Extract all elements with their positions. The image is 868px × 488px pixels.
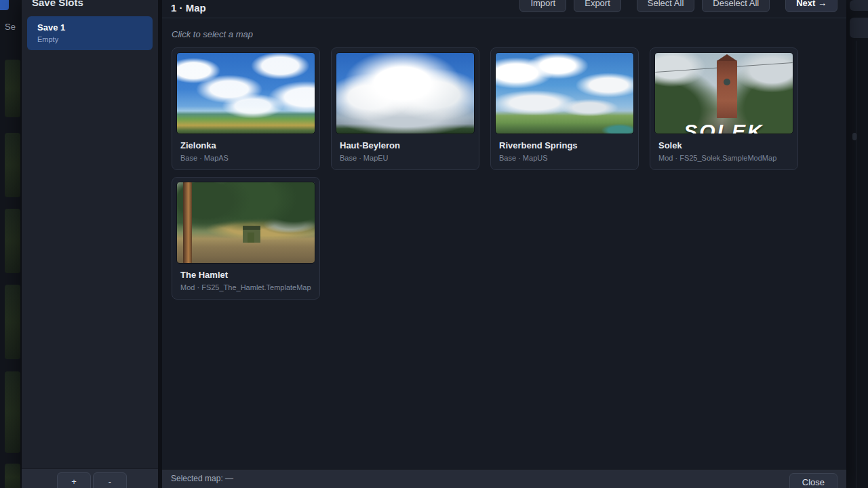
- underlay-map-thumb: [5, 285, 20, 359]
- next-button[interactable]: Next →: [785, 0, 837, 12]
- map-thumbnail: [176, 182, 315, 264]
- map-step-header: 1 · Map Import Export Select All Deselec…: [162, 0, 846, 18]
- underlay-map-thumb: [5, 371, 20, 453]
- underlay-map-thumb: [5, 133, 20, 197]
- map-card-solek[interactable]: SOLEK Solek Mod · FS25_Solek.SampleModMa…: [650, 47, 798, 170]
- map-name: Solek: [658, 140, 789, 150]
- underlay-right-divider: [856, 41, 856, 488]
- select-all-button[interactable]: Select All: [637, 0, 694, 12]
- selected-map-status: Selected map: —: [171, 474, 233, 483]
- map-meta: Mod · FS25_The_Hamlet.TemplateMap: [180, 283, 311, 291]
- church-roof-decoration: [717, 54, 737, 61]
- map-thumbnail: SOLEK: [654, 52, 793, 134]
- underlay-blue-fragment: [0, 0, 9, 10]
- underlay-map-thumb: [5, 464, 20, 488]
- thumbnail-title-text: SOLEK: [655, 120, 793, 134]
- screen: Se Save Slots Save 1 Empty + -: [0, 0, 868, 488]
- map-name: Zielonka: [180, 140, 311, 150]
- map-meta: Base · MapAS: [180, 154, 311, 162]
- close-button[interactable]: Close: [789, 473, 837, 488]
- deselect-all-button[interactable]: Deselect All: [702, 0, 770, 12]
- import-button[interactable]: Import: [519, 0, 566, 12]
- map-card-riverbend-springs[interactable]: Riverbend Springs Base · MapUS: [490, 47, 639, 170]
- add-slot-button[interactable]: +: [57, 472, 91, 488]
- remove-slot-button[interactable]: -: [93, 472, 127, 488]
- export-button[interactable]: Export: [574, 0, 621, 12]
- map-name: Riverbend Springs: [499, 140, 630, 150]
- save-slot-1[interactable]: Save 1 Empty: [27, 16, 153, 50]
- map-thumbnail: [495, 52, 634, 134]
- map-meta: Mod · FS25_Solek.SampleModMap: [658, 154, 789, 162]
- save-slots-footer: + -: [22, 468, 158, 488]
- underlay-right-button-fragment: [850, 0, 868, 11]
- map-thumbnail: [336, 52, 475, 134]
- step-title: 1 · Map: [171, 2, 206, 14]
- underlay-partial-label: Se: [5, 22, 16, 32]
- map-card-haut-beyleron[interactable]: Haut-Beyleron Base · MapEU: [331, 47, 479, 170]
- hut-door-decoration: [248, 232, 254, 243]
- save-slots-title: Save Slots: [32, 0, 158, 9]
- map-grid: Zielonka Base · MapAS Haut-Beyleron Base…: [172, 47, 837, 300]
- save-slot-status: Empty: [37, 35, 142, 43]
- map-select-hint: Click to select a map: [172, 29, 837, 39]
- save-editor-dialog: Save Slots Save 1 Empty + - 1 · Map Impo…: [22, 0, 846, 488]
- map-step-footer: Selected map: — Close: [162, 469, 846, 488]
- underlay-map-thumb: [5, 209, 20, 273]
- header-toolbar: Import Export Select All Deselect All Ne…: [519, 0, 837, 18]
- map-step-panel: 1 · Map Import Export Select All Deselec…: [162, 0, 846, 488]
- save-slot-name: Save 1: [37, 22, 142, 33]
- map-card-the-hamlet[interactable]: The Hamlet Mod · FS25_The_Hamlet.Templat…: [172, 177, 320, 300]
- map-card-zielonka[interactable]: Zielonka Base · MapAS: [172, 47, 320, 170]
- map-meta: Base · MapEU: [340, 154, 471, 162]
- underlay-map-thumb: [5, 60, 20, 117]
- church-tower-decoration: [717, 60, 737, 119]
- map-thumbnail: [176, 52, 315, 134]
- map-name: Haut-Beyleron: [340, 140, 471, 150]
- save-slots-panel: Save Slots Save 1 Empty + -: [22, 0, 162, 488]
- tree-trunk-decoration: [183, 182, 192, 263]
- map-meta: Base · MapUS: [499, 154, 630, 162]
- underlay-right-button-fragment: [850, 18, 868, 38]
- map-name: The Hamlet: [180, 270, 311, 280]
